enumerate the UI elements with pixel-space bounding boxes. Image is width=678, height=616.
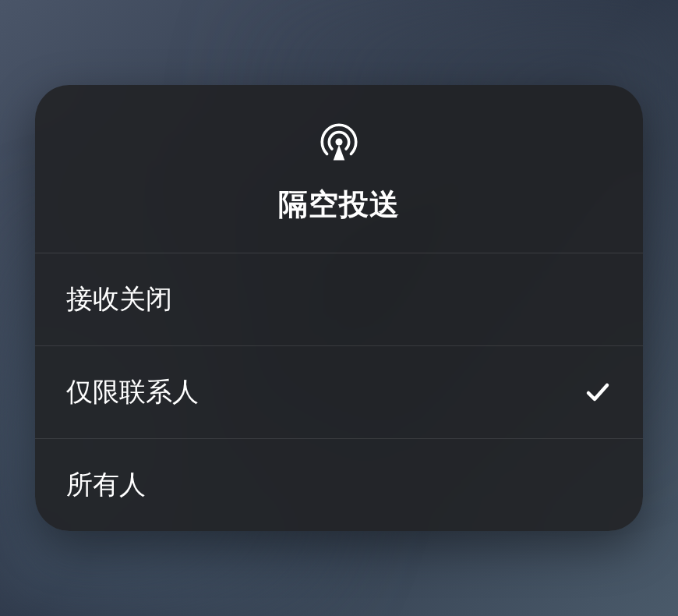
option-label: 所有人 [66, 467, 146, 503]
option-label: 接收关闭 [66, 281, 172, 317]
options-list: 接收关闭 仅限联系人 所有人 [35, 253, 643, 531]
option-everyone[interactable]: 所有人 [35, 439, 643, 531]
checkmark-icon [584, 378, 612, 406]
option-contacts-only[interactable]: 仅限联系人 [35, 346, 643, 439]
option-label: 仅限联系人 [66, 374, 199, 410]
panel-title: 隔空投送 [278, 185, 400, 225]
svg-point-0 [335, 138, 342, 145]
panel-header: 隔空投送 [35, 85, 643, 253]
airdrop-icon [316, 119, 362, 165]
option-receiving-off[interactable]: 接收关闭 [35, 253, 643, 346]
airdrop-settings-panel: 隔空投送 接收关闭 仅限联系人 所有人 [35, 85, 643, 531]
